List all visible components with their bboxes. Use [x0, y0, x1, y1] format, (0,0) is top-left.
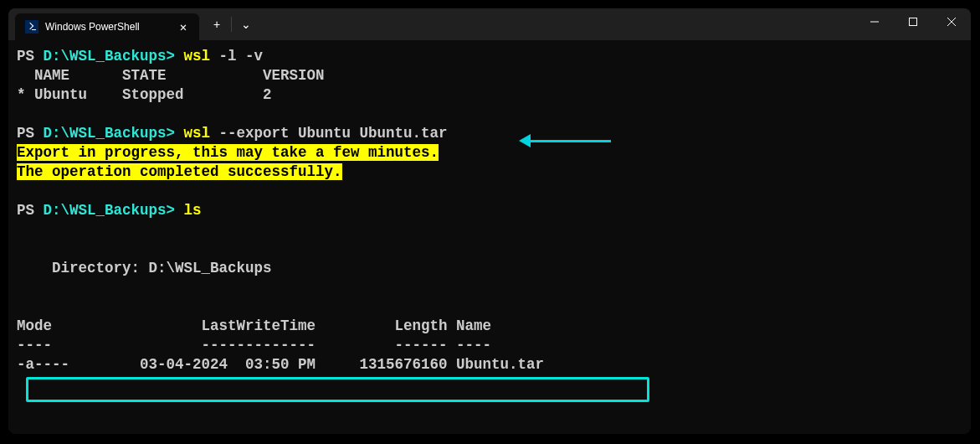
tab-title: Windows PowerShell [45, 21, 169, 33]
tab-actions: + ⌄ [204, 8, 259, 40]
prompt-line-2: PS D:\WSL_Backups> wsl --export Ubuntu U… [17, 124, 962, 143]
wsl-list-row: * Ubuntu Stopped 2 [17, 85, 962, 105]
export-msg-2: The operation completed successfully. [17, 163, 962, 182]
new-tab-button[interactable]: + [204, 12, 229, 37]
tab-powershell[interactable]: Windows PowerShell ✕ [15, 13, 199, 40]
tabs-area: Windows PowerShell ✕ + ⌄ [8, 8, 259, 40]
prompt-line-1: PS D:\WSL_Backups> wsl -l -v [17, 47, 962, 66]
blank-line [17, 297, 962, 317]
close-window-button[interactable] [932, 8, 971, 35]
terminal-window: Windows PowerShell ✕ + ⌄ PS D:\WSL_Backu… [8, 8, 971, 434]
powershell-icon [25, 20, 38, 34]
table-header: Mode LastWriteTime Length Name [17, 317, 962, 336]
arrow-line-icon [527, 140, 611, 142]
blank-line [17, 105, 962, 124]
directory-label: Directory: D:\WSL_Backups [17, 259, 962, 278]
terminal-content[interactable]: PS D:\WSL_Backups> wsl -l -v NAME STATE … [8, 40, 971, 381]
window-controls [855, 8, 971, 40]
blank-line [17, 240, 962, 259]
table-row: -a---- 03-04-2024 03:50 PM 1315676160 Ub… [17, 355, 962, 374]
titlebar: Windows PowerShell ✕ + ⌄ [8, 8, 971, 40]
blank-line [17, 220, 962, 240]
minimize-button[interactable] [855, 8, 894, 35]
table-divider: ---- ------------- ------ ---- [17, 336, 962, 355]
maximize-button[interactable] [894, 8, 932, 35]
blank-line [17, 182, 962, 201]
svg-rect-1 [910, 18, 917, 26]
tab-close-button[interactable]: ✕ [176, 20, 191, 34]
divider [231, 17, 232, 32]
wsl-list-header: NAME STATE VERSION [17, 66, 962, 85]
prompt-line-3: PS D:\WSL_Backups> ls [17, 201, 962, 220]
export-msg-1: Export in progress, this may take a few … [17, 143, 962, 163]
annotation-arrow [519, 132, 611, 149]
tab-dropdown-button[interactable]: ⌄ [233, 12, 259, 37]
blank-line [17, 278, 962, 297]
